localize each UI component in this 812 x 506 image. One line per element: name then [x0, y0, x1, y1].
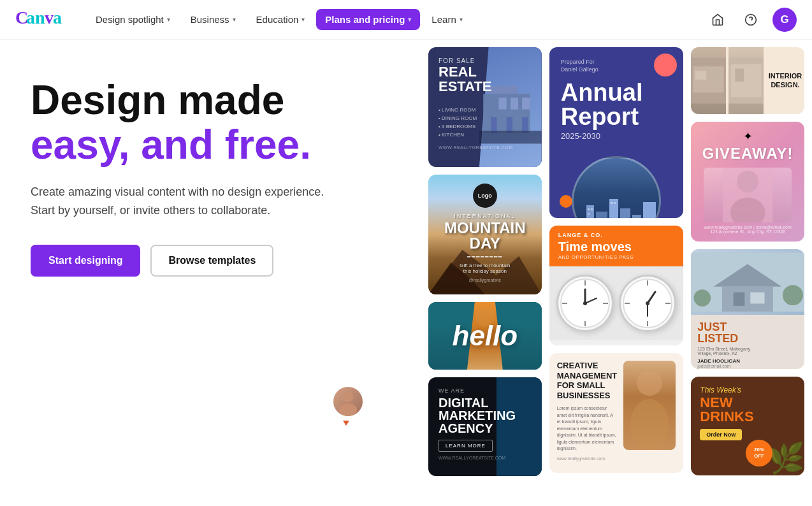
home-button[interactable] — [706, 8, 729, 31]
nav-design-spotlight[interactable]: Design spotlight ▾ — [87, 9, 179, 30]
avatar[interactable]: G — [772, 8, 797, 32]
template-col-3: INTERIORDESIGN. ✦ GIVEAWAY! www.reallygr… — [691, 47, 804, 506]
svg-point-8 — [339, 403, 357, 416]
svg-point-39 — [583, 301, 587, 305]
svg-rect-23 — [609, 199, 618, 218]
template-card-annual-report[interactable]: Prepared For Daniel Gallego AnnualReport… — [549, 47, 684, 218]
template-card-giveaway[interactable]: ✦ GIVEAWAY! www.reallygreatsite.com | so… — [691, 122, 804, 242]
svg-text:n: n — [35, 8, 45, 27]
svg-rect-21 — [586, 205, 594, 218]
template-card-hello[interactable]: hello — [428, 302, 542, 370]
hero-title-line2: easy, and free. — [31, 122, 390, 167]
help-button[interactable] — [739, 8, 762, 31]
svg-rect-53 — [695, 71, 706, 80]
svg-rect-22 — [596, 212, 607, 218]
svg-rect-30 — [611, 202, 613, 204]
svg-point-7 — [343, 392, 353, 402]
svg-rect-31 — [614, 202, 616, 204]
navbar: C a n v a Design spotlight ▾ Business ▾ … — [0, 0, 812, 40]
template-card-just-listed[interactable]: JUSTLISTED 123 Elm Street, MahoganyVilla… — [691, 249, 804, 369]
hero-subtitle: Create amazing visual content with no de… — [31, 183, 337, 220]
svg-rect-27 — [588, 208, 590, 210]
nav-business[interactable]: Business ▾ — [182, 9, 245, 30]
svg-rect-57 — [735, 69, 744, 82]
template-card-mountain[interactable]: Logo INTERNATIONAL MOUNTAINDAY ━━━━━━━━ … — [428, 175, 542, 294]
template-card-interior[interactable]: INTERIORDESIGN. — [691, 47, 804, 114]
template-col-1: FOR SALE REAL ESTATE • LIVING ROOM• DINI… — [428, 47, 542, 506]
hero-buttons: Start designing Browse templates — [31, 245, 390, 277]
hero-section: Design made easy, and free. Create amazi… — [0, 40, 421, 506]
svg-text:a: a — [53, 8, 62, 27]
browse-templates-button[interactable]: Browse templates — [150, 245, 273, 277]
cursor-bubble — [331, 385, 370, 423]
hero-title-line1: Design made — [31, 78, 390, 122]
nav-right: G — [706, 8, 797, 32]
svg-rect-29 — [588, 213, 590, 215]
chevron-down-icon: ▾ — [233, 16, 236, 23]
svg-point-67 — [783, 285, 803, 305]
chevron-down-icon: ▾ — [460, 16, 463, 23]
svg-rect-24 — [620, 208, 630, 218]
template-card-new-drinks[interactable]: This Week's NEWDRINKS Order Now 20%OFF 🌿 — [691, 377, 804, 475]
nav-education[interactable]: Education ▾ — [247, 9, 314, 30]
collaborator-avatar — [331, 385, 365, 418]
template-card-time-moves[interactable]: LANGE & CO. Time moves AND OPPORTUNITIES… — [549, 226, 684, 345]
template-col-2: Prepared For Daniel Gallego AnnualReport… — [549, 47, 684, 506]
svg-rect-64 — [734, 293, 745, 306]
nav-plans-pricing[interactable]: Plans and pricing ▾ — [316, 9, 420, 30]
template-card-digital-agency[interactable]: WE ARE DIGITALMARKETINGAGENCY LEARN MORE… — [428, 377, 542, 476]
svg-point-66 — [694, 289, 711, 307]
svg-text:a: a — [26, 8, 35, 27]
svg-rect-28 — [591, 208, 593, 210]
svg-rect-25 — [632, 215, 641, 218]
svg-point-49 — [637, 370, 662, 396]
chevron-down-icon: ▾ — [408, 16, 411, 23]
template-card-real-estate[interactable]: FOR SALE REAL ESTATE • LIVING ROOM• DINI… — [428, 47, 542, 167]
main-content: Design made easy, and free. Create amazi… — [0, 40, 812, 506]
start-designing-button[interactable]: Start designing — [31, 245, 140, 277]
svg-rect-65 — [751, 293, 765, 304]
chevron-down-icon: ▾ — [167, 16, 170, 23]
svg-point-47 — [646, 301, 649, 305]
nav-learn[interactable]: Learn ▾ — [423, 9, 471, 30]
svg-point-50 — [630, 399, 669, 450]
templates-area: FOR SALE REAL ESTATE • LIVING ROOM• DINI… — [421, 40, 812, 506]
nav-items: Design spotlight ▾ Business ▾ Education … — [87, 9, 706, 30]
svg-rect-26 — [643, 202, 656, 218]
svg-rect-63 — [722, 287, 773, 312]
svg-text:v: v — [45, 8, 54, 27]
svg-line-45 — [648, 292, 655, 303]
svg-point-59 — [737, 171, 758, 192]
svg-rect-54 — [709, 69, 722, 82]
template-card-creative-mgmt[interactable]: CREATIVEMANAGEMENTFOR SMALLBUSINESSES Lo… — [549, 353, 684, 473]
chevron-down-icon: ▾ — [301, 16, 305, 23]
logo[interactable]: C a n v a — [15, 7, 66, 32]
